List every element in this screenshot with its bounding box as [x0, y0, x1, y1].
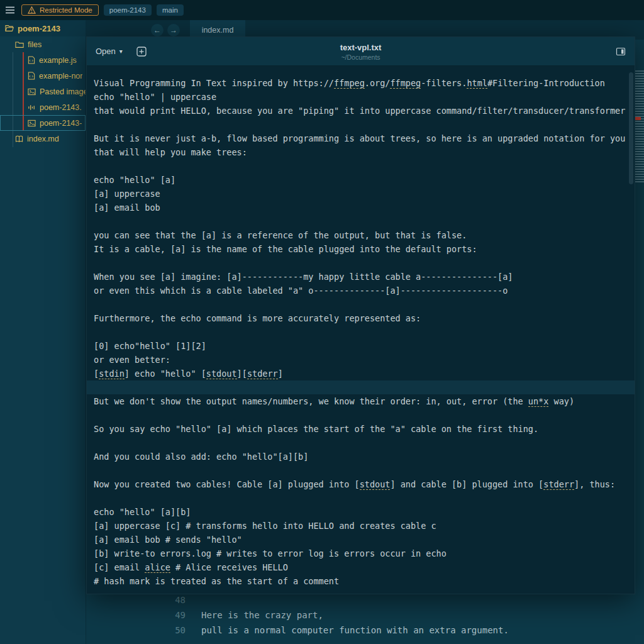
tree-item-pasted-image[interactable]: Pasted image — [0, 84, 86, 99]
file-code-icon — [28, 72, 35, 80]
text-line[interactable]: Furthermore, the echo command is more ac… — [94, 311, 628, 325]
text-line[interactable]: echo "hello" [a][b] — [94, 505, 628, 519]
overlay-header: Open ▾ text-vpl.txt ~/Documents — [87, 37, 635, 66]
tree-item-index-md[interactable]: index.md — [0, 131, 86, 147]
text-line[interactable]: that would print HELLO, because you are … — [94, 104, 628, 118]
text-line[interactable]: So you say echo "hello" [a] which places… — [94, 422, 628, 436]
text-line[interactable]: Visual Programming In Text inspired by h… — [94, 76, 628, 90]
text-line[interactable]: or even better: — [94, 353, 628, 367]
scrollbar-thumb[interactable] — [629, 72, 633, 184]
restricted-mode-label: Restricted Mode — [40, 6, 92, 14]
chevron-down-icon: ▾ — [119, 48, 123, 55]
text-line[interactable]: But we don't show the output names/numbe… — [94, 394, 628, 408]
text-line[interactable]: echo "hello" | uppercase — [94, 90, 628, 104]
text-line[interactable] — [94, 214, 628, 228]
text-line[interactable]: [a] uppercase — [94, 187, 628, 201]
explorer-root-label: poem-2143 — [18, 24, 60, 33]
open-dropdown-button[interactable]: Open ▾ — [96, 47, 123, 56]
text-line[interactable]: Now you created two cables! Cable [a] pl… — [94, 477, 628, 491]
text-line[interactable]: that will help you make trees: — [94, 145, 628, 159]
text-line[interactable]: It is a cable, [a] is the name of the ca… — [94, 242, 628, 256]
warning-icon — [28, 6, 36, 14]
tree-item-files[interactable]: files — [0, 36, 86, 52]
line-text: pull is a normal computer function with … — [201, 625, 509, 635]
overlay-titleblock: text-vpl.txt ~/Documents — [340, 42, 382, 60]
open-button-label: Open — [96, 47, 116, 56]
editor-line[interactable]: 48 — [86, 592, 644, 608]
text-line[interactable] — [94, 491, 628, 505]
file-image-icon — [28, 119, 36, 127]
tree-item-example-js[interactable]: example.js — [0, 52, 86, 68]
tree-item-example-nor[interactable]: example-nor — [0, 68, 86, 84]
navigate-forward-button[interactable]: → — [167, 24, 180, 36]
text-line[interactable]: [c] email alice # Alice receives HELLO — [94, 560, 628, 574]
text-line[interactable]: echo "hello" [a] — [94, 173, 628, 187]
restricted-mode-badge[interactable]: Restricted Mode — [21, 4, 99, 16]
line-number: 48 — [86, 595, 186, 605]
text-line[interactable]: [0] echo"hello" [1][2] — [94, 339, 628, 353]
text-line[interactable] — [87, 380, 635, 394]
line-text: Here is the crazy part, — [201, 610, 323, 620]
explorer-tree: files example.js example-nor Pasted imag… — [0, 36, 86, 147]
text-line[interactable] — [94, 408, 628, 422]
text-line[interactable] — [94, 118, 628, 131]
file-audio-icon — [28, 104, 36, 111]
text-line[interactable]: you can see that the [a] is a reference … — [94, 228, 628, 242]
text-line[interactable]: [a] uppercase [c] # transforms hello int… — [94, 519, 628, 533]
text-line[interactable]: [a] email bob # sends "hello" — [94, 533, 628, 547]
editor-line[interactable]: 49 Here is the crazy part, — [86, 608, 644, 623]
text-line[interactable] — [94, 325, 628, 339]
text-line[interactable] — [94, 256, 628, 270]
document-body[interactable]: Visual Programming In Text inspired by h… — [87, 66, 635, 594]
text-line[interactable]: [a] email bob — [94, 201, 628, 214]
text-line[interactable]: But it is never just a-b, flow based pro… — [94, 131, 628, 145]
overlay-window: Open ▾ text-vpl.txt ~/Documents Visual P… — [86, 36, 635, 594]
text-line[interactable]: # hash mark is treated as the start of a… — [94, 574, 628, 588]
document-path: ~/Documents — [340, 53, 382, 60]
file-explorer: poem-2143 files example.js example-nor P… — [0, 20, 86, 644]
titlebar: Restricted Mode poem-2143 main — [0, 0, 644, 20]
tree-item-poem-2143[interactable]: poem-2143- — [0, 115, 86, 131]
folder-open-icon — [5, 25, 14, 32]
text-line[interactable] — [94, 159, 628, 173]
menu-icon[interactable] — [5, 5, 16, 15]
navigate-back-button[interactable]: ← — [151, 24, 164, 36]
add-button[interactable] — [136, 47, 147, 57]
open-to-side-icon[interactable] — [616, 47, 626, 57]
explorer-root-folder[interactable]: poem-2143 — [0, 20, 86, 36]
text-line[interactable]: When you see [a] imagine: [a]-----------… — [94, 270, 628, 284]
text-line[interactable]: And you could also add: echo "hello"[a][… — [94, 450, 628, 464]
folder-icon — [15, 41, 24, 48]
tree-item-poem-2143[interactable]: poem-2143. — [0, 99, 86, 115]
text-line[interactable]: [b] write-to errors.log # writes to erro… — [94, 547, 628, 560]
file-code-icon — [28, 56, 35, 64]
file-book-icon — [15, 135, 23, 143]
text-line[interactable] — [94, 297, 628, 311]
document-title: text-vpl.txt — [340, 42, 382, 52]
editor-line[interactable]: 50 pull is a normal computer function wi… — [86, 623, 644, 638]
text-line[interactable] — [94, 436, 628, 450]
text-line[interactable] — [94, 464, 628, 477]
branch-chip[interactable]: main — [157, 4, 184, 16]
text-line[interactable]: [stdin] echo "hello" [stdout][stderr] — [94, 367, 628, 380]
line-number: 49 — [86, 610, 186, 620]
line-number: 50 — [86, 625, 186, 635]
file-image-icon — [28, 88, 36, 96]
text-line[interactable]: or even this which is a cable labeled "a… — [94, 284, 628, 297]
editor-visible-lines: 48 49 Here is the crazy part, 50 pull is… — [86, 592, 644, 638]
workspace-chip[interactable]: poem-2143 — [104, 4, 152, 16]
